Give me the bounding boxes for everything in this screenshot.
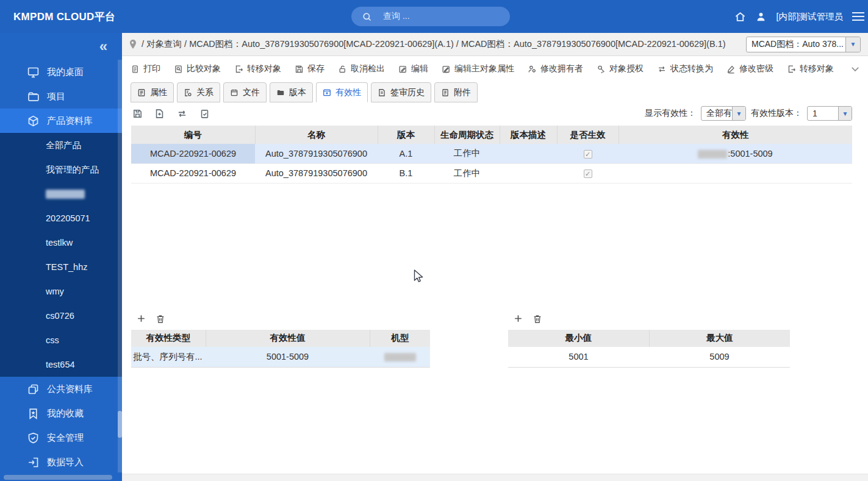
breadcrumb-bar: / 对象查询 / MCAD图档：Auto_3787919305076900[MC… [122,33,868,56]
tab-attributes[interactable]: 属性 [131,82,174,102]
tab-validity[interactable]: 有效性 [316,82,368,102]
checklist-icon[interactable] [199,109,210,119]
sidebar-item-security[interactable]: 安全管理 [0,426,122,450]
transfer-object-button[interactable]: 转移对象 [234,63,281,74]
sidebar-subitem-css[interactable]: css [0,328,122,352]
sidebar-subitem-wmy[interactable]: wmy [0,279,122,304]
table-row[interactable]: MCAD-220921-00629 Auto_3787919305076900 … [131,163,852,183]
object-authorize-button[interactable]: 对象授权 [597,63,644,74]
object-selector-dropdown[interactable]: MCAD图档：Auto 378... ▼ [746,37,861,52]
col-header-validity-type[interactable]: 有效性类型 [131,330,206,347]
dropdown-arrow-icon[interactable]: ▼ [732,107,745,120]
change-owner-button[interactable]: 修改拥有者 [528,63,583,74]
add-row-button[interactable] [136,313,146,324]
tab-versions[interactable]: 版本 [270,82,313,102]
redacted-text [698,150,727,159]
sidebar-item-product-library[interactable]: 产品资料库 [0,109,122,133]
main-content: / 对象查询 / MCAD图档：Auto_3787919305076900[MC… [122,33,868,481]
transfer-object-icon [234,65,243,74]
redacted-text [46,190,85,199]
sidebar-subitem-cs0726[interactable]: cs0726 [0,304,122,328]
range-panel: 最小值 最大值 5001 5009 [508,310,790,368]
sidebar-item-data-import[interactable]: 数据导入 [0,450,122,474]
save-icon[interactable] [132,109,143,119]
print-button[interactable]: 打印 [131,63,160,74]
effective-checkbox-checked[interactable]: ✓ [584,150,592,159]
data-import-icon [27,456,40,469]
sidebar-item-my-desktop[interactable]: 我的桌面 [0,60,122,84]
sidebar-vertical-scrollbar-thumb[interactable] [118,411,122,438]
sidebar-subitem-test-hhz[interactable]: TEST_hhz [0,255,122,279]
content-horizontal-scrollbar[interactable] [122,474,868,481]
sidebar-subitem-all-products[interactable]: 全部产品 [0,133,122,157]
relations-icon [184,88,192,97]
sidebar-item-projects[interactable]: 项目 [0,84,122,109]
tab-attachments[interactable]: 附件 [434,82,478,102]
range-table: 最小值 最大值 5001 5009 [508,330,790,368]
transfer-object-icon [787,65,796,74]
col-header-name[interactable]: 名称 [255,126,378,144]
table-row-selected[interactable]: MCAD-220921-00629 Auto_3787919305076900 … [131,144,852,163]
edit-main-attrs-button[interactable]: 编辑主对象属性 [442,63,514,74]
sidebar-subitem-my-managed-products[interactable]: 我管理的产品 [0,157,122,182]
cancel-checkout-button[interactable]: 取消检出 [338,63,385,74]
change-owner-icon [528,65,537,74]
col-header-max[interactable]: 最大值 [649,330,790,347]
add-row-button[interactable] [513,313,523,324]
dropdown-arrow-icon[interactable]: ▼ [845,37,860,52]
col-header-version-desc[interactable]: 版本描述 [500,126,557,144]
validity-version-dropdown[interactable]: 1 ▼ [807,106,852,121]
global-search-input[interactable]: 查询 ... [351,7,510,26]
col-header-version[interactable]: 版本 [378,126,434,144]
save-button[interactable]: 保存 [295,63,325,74]
tab-review-history[interactable]: 签审历史 [371,82,431,102]
transfer-object-button-2[interactable]: 转移对象 [787,63,834,74]
compare-object-button[interactable]: 比较对象 [174,63,221,74]
tab-files[interactable]: 文件 [223,82,267,102]
sidebar-item-public-library[interactable]: 公共资料库 [0,377,122,401]
sidebar-subitem-test654[interactable]: test654 [0,352,122,377]
product-library-submenu: 全部产品 我管理的产品 202205071 testlkw TEST_hhz w… [0,133,122,377]
search-placeholder: 查询 ... [383,11,410,22]
edit-button[interactable]: 编辑 [398,63,428,74]
validity-filters: 显示有效性： 全部有... ▼ 有效性版本： 1 ▼ [645,106,852,121]
versions-icon [276,88,285,97]
toolbar-more-button[interactable] [850,63,861,74]
sidebar-subitem-202205071[interactable]: 202205071 [0,206,122,230]
swap-icon[interactable] [176,109,188,119]
object-toolbar: 打印 比较对象 转移对象 保存 取消检出 编辑 [122,56,868,82]
dropdown-arrow-icon[interactable]: ▼ [838,107,852,120]
sidebar: « 我的桌面 项目 产品资料库 全部产品 我管理的产品 202205071 te… [0,33,122,481]
col-header-lifecycle[interactable]: 生命周期状态 [434,126,500,144]
delete-row-button[interactable] [156,314,165,324]
sidebar-subitem-redacted[interactable] [0,182,122,206]
cancel-checkout-icon [338,65,347,74]
user-icon[interactable] [755,11,767,23]
add-file-icon[interactable] [154,109,165,119]
show-validity-dropdown[interactable]: 全部有... ▼ [701,106,746,121]
top-header: KMPDM CLOUD平台 查询 ... [内部]测试管理员 [0,0,868,33]
delete-row-button[interactable] [533,314,542,324]
security-icon [27,432,40,444]
sidebar-item-favorites[interactable]: 我的收藏 [0,401,122,426]
location-pin-icon [129,39,137,49]
sidebar-collapse-button[interactable]: « [0,33,122,60]
col-header-code[interactable]: 编号 [131,126,255,144]
tab-relations[interactable]: 关系 [177,82,220,102]
col-header-model[interactable]: 机型 [370,330,430,347]
sidebar-item-label: 项目 [47,91,65,102]
effective-checkbox-checked[interactable]: ✓ [584,169,592,178]
sidebar-horizontal-scrollbar[interactable] [4,475,112,480]
col-header-validity[interactable]: 有效性 [619,126,852,144]
col-header-min[interactable]: 最小值 [508,330,649,347]
validity-type-panel: 有效性类型 有效性值 机型 批号、序列号有... 5001-5009 [131,310,430,368]
col-header-validity-value[interactable]: 有效性值 [206,330,370,347]
state-transition-button[interactable]: 状态转换为 [657,63,713,74]
menu-icon[interactable] [852,12,864,21]
sidebar-subitem-testlkw[interactable]: testlkw [0,230,122,255]
home-icon[interactable] [734,11,746,23]
col-header-effective[interactable]: 是否生效 [557,126,619,144]
table-row[interactable]: 5001 5009 [508,347,790,368]
table-row-selected[interactable]: 批号、序列号有... 5001-5009 [131,347,430,368]
change-secret-level-button[interactable]: 修改密级 [726,63,773,74]
